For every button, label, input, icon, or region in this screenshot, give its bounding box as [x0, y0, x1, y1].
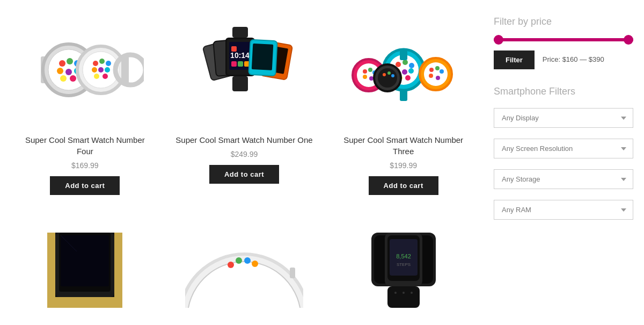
- svg-point-45: [363, 69, 367, 74]
- svg-point-20: [103, 74, 108, 79]
- svg-point-53: [402, 60, 408, 65]
- add-to-cart-button-3[interactable]: Add to cart: [369, 176, 438, 195]
- filter-button[interactable]: Filter: [494, 50, 535, 69]
- svg-rect-34: [231, 46, 237, 52]
- svg-point-13: [93, 61, 98, 66]
- svg-point-49: [369, 76, 374, 81]
- svg-point-72: [387, 71, 391, 75]
- svg-point-16: [92, 67, 97, 73]
- watch-image-partial-silver: [185, 233, 303, 308]
- svg-rect-78: [61, 235, 109, 286]
- product-card-1: Super Cool Smart Watch Number Four $169.…: [11, 11, 159, 200]
- product-image-2: 10:14: [175, 16, 313, 124]
- svg-point-67: [429, 74, 433, 78]
- display-dropdown[interactable]: Any Display: [494, 108, 633, 128]
- product-image-6: 8,542 STEPS: [334, 216, 472, 324]
- svg-text:10:14: 10:14: [230, 51, 250, 60]
- svg-rect-31: [231, 61, 237, 67]
- svg-rect-42: [252, 44, 273, 70]
- svg-rect-36: [232, 27, 248, 38]
- svg-rect-80: [47, 233, 55, 308]
- product-card-3: Super Cool Smart Watch Number Three $199…: [329, 11, 478, 200]
- product-image-3: [334, 16, 472, 124]
- svg-point-98: [402, 292, 405, 294]
- svg-rect-32: [238, 61, 243, 67]
- ram-dropdown[interactable]: Any RAM: [494, 200, 633, 220]
- svg-point-6: [57, 68, 63, 74]
- svg-point-57: [408, 68, 414, 74]
- product-name-1: Super Cool Smart Watch Number Four: [16, 134, 154, 157]
- svg-rect-22: [121, 56, 129, 83]
- sidebar: Filter by price Filter Price: $160 — $39…: [494, 11, 633, 325]
- svg-point-99: [411, 292, 413, 294]
- svg-point-18: [105, 67, 110, 73]
- svg-point-70: [378, 68, 397, 88]
- svg-rect-61: [400, 90, 407, 101]
- price-range-label: Price: $160 — $390: [543, 49, 604, 70]
- svg-point-19: [94, 74, 99, 79]
- product-image-4: [16, 216, 154, 324]
- svg-point-48: [363, 75, 367, 79]
- product-card-4: [11, 211, 159, 325]
- product-card-6: 8,542 STEPS: [329, 211, 478, 325]
- product-image-5: [175, 216, 313, 324]
- filter-button-row: Filter Price: $160 — $390: [494, 49, 633, 70]
- product-card-2: 10:14: [170, 11, 319, 200]
- svg-point-14: [99, 59, 105, 64]
- svg-point-56: [402, 69, 407, 75]
- svg-point-7: [65, 69, 72, 75]
- product-price-1: $169.99: [71, 161, 99, 170]
- add-to-cart-button-2[interactable]: Add to cart: [209, 165, 279, 184]
- product-name-3: Super Cool Smart Watch Number Three: [334, 134, 472, 157]
- watch-image-partial-dark: 8,542 STEPS: [345, 233, 463, 308]
- screen-resolution-dropdown[interactable]: Any Screen Resolution: [494, 139, 633, 158]
- svg-point-9: [60, 75, 67, 82]
- svg-point-85: [236, 257, 242, 264]
- price-range-track: [494, 38, 633, 41]
- svg-point-86: [244, 257, 251, 264]
- smartphone-filters-section: Smartphone Filters Any Display Any Scree…: [494, 86, 633, 230]
- svg-rect-77: [47, 297, 122, 308]
- svg-point-17: [98, 67, 104, 73]
- svg-point-97: [394, 292, 397, 294]
- svg-point-64: [429, 68, 434, 72]
- product-price-2: $249.99: [231, 150, 258, 158]
- svg-point-87: [252, 261, 258, 267]
- product-card-5: [170, 211, 319, 325]
- svg-point-3: [59, 60, 65, 67]
- product-grid: Super Cool Smart Watch Number Four $169.…: [11, 11, 494, 325]
- svg-rect-35: [232, 76, 248, 91]
- svg-rect-91: [387, 286, 420, 308]
- svg-point-54: [409, 63, 414, 68]
- svg-point-68: [436, 76, 440, 80]
- filter-by-price-title: Filter by price: [494, 16, 633, 27]
- svg-point-52: [396, 62, 401, 67]
- watch-image-square-stack: 10:14: [185, 27, 303, 113]
- product-name-2: Super Cool Smart Watch Number One: [175, 134, 312, 146]
- filter-by-price-section: Filter by price Filter Price: $160 — $39…: [494, 16, 633, 70]
- svg-point-59: [405, 75, 411, 81]
- watch-image-partial-gold: [26, 233, 144, 308]
- svg-text:STEPS: STEPS: [397, 262, 411, 267]
- svg-point-73: [391, 74, 394, 77]
- add-to-cart-button-1[interactable]: Add to cart: [50, 176, 120, 195]
- product-price-3: $199.99: [390, 161, 417, 170]
- svg-point-46: [368, 68, 372, 72]
- product-image-1: [16, 16, 154, 124]
- svg-point-15: [106, 61, 111, 66]
- storage-dropdown[interactable]: Any Storage: [494, 169, 633, 189]
- price-range-handle-left[interactable]: [494, 35, 503, 45]
- watch-image-round-multi: [26, 27, 144, 113]
- svg-point-65: [435, 66, 440, 70]
- svg-point-4: [67, 58, 73, 64]
- svg-point-63: [424, 62, 448, 86]
- smartphone-filters-title: Smartphone Filters: [494, 86, 633, 97]
- svg-rect-60: [400, 49, 407, 60]
- svg-point-10: [70, 75, 76, 82]
- watch-image-colorful-round: [345, 27, 463, 113]
- svg-point-71: [383, 73, 386, 76]
- svg-rect-81: [114, 233, 122, 308]
- price-range-handle-right[interactable]: [624, 35, 633, 45]
- price-range-fill: [494, 38, 633, 41]
- svg-text:8,542: 8,542: [396, 253, 411, 259]
